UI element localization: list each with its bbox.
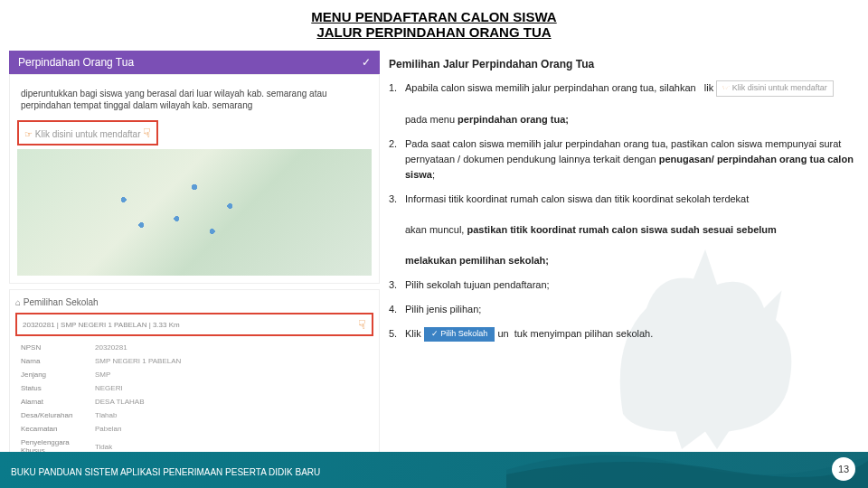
table-row: AlamatDESA TLAHAB <box>17 396 184 408</box>
hand-cursor-icon: ☟ <box>358 317 366 332</box>
instructions-heading: Pemilihan Jalur Perpindahan Orang Tua <box>389 56 859 73</box>
school-section-title: ⌂ Pemilihan Sekolah <box>15 296 373 313</box>
panel-description: diperuntukkan bagi siswa yang berasal da… <box>17 82 372 117</box>
school-row-text: 20320281 | SMP NEGERI 1 PABELAN | 3.33 K… <box>23 321 180 329</box>
check-icon: ✓ <box>362 56 371 69</box>
item-number: 5. <box>389 326 397 342</box>
left-screenshot: Perpindahan Orang Tua ✓ diperuntukkan ba… <box>9 51 380 488</box>
inline-klik-badge: ☞ Klik disini untuk mendaftar <box>716 80 834 97</box>
map-preview <box>17 149 372 276</box>
item-number: 3. <box>389 192 397 207</box>
inline-pilih-button: ✓ Pilih Sekolah <box>424 327 495 342</box>
panel-body: diperuntukkan bagi siswa yang berasal da… <box>9 74 380 284</box>
item-number: 3. <box>389 277 397 293</box>
instruction-item: 3. Informasi titik koordinat rumah calon… <box>389 192 859 268</box>
instruction-item: 5. Klik ✓ Pilih Sekolah un tuk menyimpan… <box>389 326 859 342</box>
panel-header: Perpindahan Orang Tua ✓ <box>9 51 380 74</box>
school-row-highlight: 20320281 | SMP NEGERI 1 PABELAN | 3.33 K… <box>15 313 373 336</box>
item-number: 4. <box>389 302 397 317</box>
table-row: KecamatanPabelan <box>17 423 184 435</box>
instruction-item: 3. Pilih sekolah tujuan pendaftaran; <box>389 277 859 293</box>
instruction-item: 4. Pilih jenis pilihan; <box>389 302 859 317</box>
item-number: 2. <box>389 136 397 152</box>
panel-header-text: Perpindahan Orang Tua <box>18 56 134 69</box>
instruction-item: 1. Apabila calon siswa memilih jalur per… <box>389 80 859 127</box>
pointer-icon: ☞ <box>24 129 33 139</box>
table-row: NamaSMP NEGERI 1 PABELAN <box>17 355 184 367</box>
klik-text: Klik disini untuk mendaftar <box>35 129 141 139</box>
footer-text: BUKU PANDUAN SISTEM APLIKASI PENERIMAAN … <box>11 467 320 477</box>
instructions: Pemilihan Jalur Perpindahan Orang Tua 1.… <box>389 51 859 488</box>
title-line-1: MENU PENDAFTARAN CALON SISWA <box>0 9 868 24</box>
page-number: 13 <box>832 457 855 481</box>
table-row: JenjangSMP <box>17 369 184 380</box>
item-number: 1. <box>389 80 397 96</box>
table-row: NPSN20320281 <box>17 342 184 353</box>
footer-wave-icon <box>506 434 868 488</box>
content-area: Perpindahan Orang Tua ✓ diperuntukkan ba… <box>0 51 868 488</box>
instruction-item: 2. Pada saat calon siswa memilih jalur p… <box>389 136 859 183</box>
table-row: Desa/KelurahanTlahab <box>17 409 184 421</box>
hand-cursor-icon: ☟ <box>143 126 151 140</box>
title-line-2: JALUR PERPINDAHAN ORANG TUA <box>0 24 868 40</box>
klik-mendaftar-highlight: ☞ Klik disini untuk mendaftar ☟ <box>17 120 158 145</box>
table-row: StatusNEGERI <box>17 382 184 394</box>
